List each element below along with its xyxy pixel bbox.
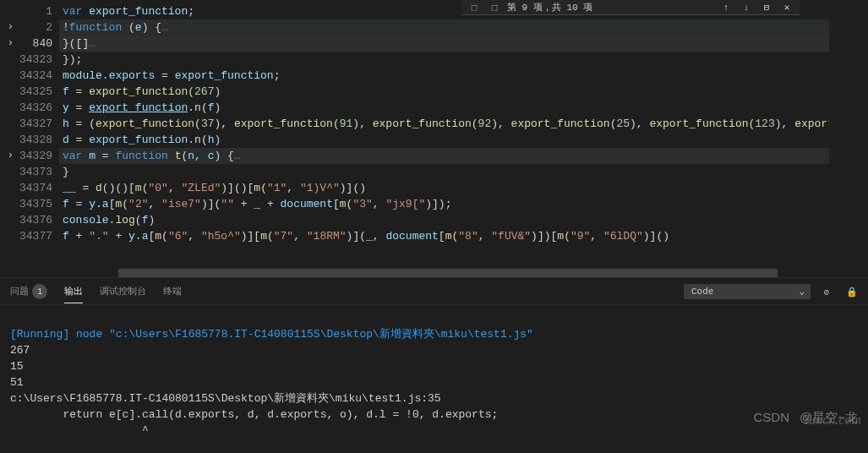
chevron-right-icon[interactable]: › — [3, 35, 14, 52]
line-number: 34326 — [0, 100, 59, 116]
tab-output[interactable]: 输出 — [64, 280, 83, 303]
csdn-watermark: CSDN @星空~龙 — [753, 410, 858, 426]
line-number: 1 — [0, 3, 59, 19]
code-line: f = y.a[m("2", "ise7")]("" + _ + documen… — [59, 196, 868, 212]
output-line: 15 — [10, 360, 24, 373]
code-line: module.exports = export_function; — [59, 68, 868, 84]
line-number: 34328 — [0, 132, 59, 148]
line-number: 34373 — [0, 164, 59, 180]
code-line: h = (export_function(37), export_functio… — [59, 116, 868, 132]
code-line: y = export_function.n(f) — [59, 100, 868, 116]
output-line: ^ — [10, 424, 149, 437]
output-cmd: node "c:\Users\F1685778.IT-C14080115S\De… — [69, 328, 533, 341]
code-line: f + "." + y.a[m("6", "h5o^")][m("7", "18… — [59, 228, 868, 244]
line-number: 34374 — [0, 180, 59, 196]
gutter: 1 ›2 ›840 34323 34324 34325 34326 34327 … — [0, 0, 59, 277]
panel-tabs: 问题1 输出 调试控制台 终端 Code ⊘ 🔒 — [0, 278, 868, 305]
code-line: f = export_function(267) — [59, 84, 868, 100]
code-area[interactable]: var export_function; !function (e) {… }(… — [59, 0, 868, 277]
find-bar[interactable]: ⬚ ⬚ 第 9 项，共 10 项 ↑ ↓ ⊟ ✕ — [461, 0, 800, 15]
code-line: console.log(f) — [59, 212, 868, 228]
output-line: return e[c].call(d.exports, d, d.exports… — [10, 408, 498, 421]
lock-scroll-icon[interactable]: 🔒 — [843, 282, 861, 301]
code-line: !function (e) {… — [59, 19, 868, 35]
minimap[interactable] — [829, 0, 868, 277]
chevron-right-icon[interactable]: › — [3, 148, 14, 164]
find-status: 第 9 项，共 10 项 — [507, 1, 592, 14]
find-match-icon: ⬚ — [487, 2, 502, 14]
line-number: ›2 — [0, 19, 59, 35]
code-line: }); — [59, 52, 868, 68]
find-down-icon[interactable]: ↓ — [739, 2, 754, 14]
find-up-icon[interactable]: ↑ — [718, 2, 734, 14]
line-number: 34323 — [0, 52, 59, 68]
code-line: }([]… — [59, 35, 868, 52]
line-number: ›840 — [0, 35, 59, 52]
output-line: 267 — [10, 344, 30, 357]
find-close-icon[interactable]: ✕ — [779, 2, 794, 14]
clear-output-icon[interactable]: ⊘ — [817, 282, 836, 301]
output-line: 51 — [10, 376, 24, 389]
horizontal-scrollbar[interactable] — [118, 269, 858, 277]
output-channel-select[interactable]: Code — [684, 284, 811, 299]
line-number: ›34329 — [0, 148, 59, 164]
line-number: 34324 — [0, 68, 59, 84]
bottom-panel: 问题1 输出 调试控制台 终端 Code ⊘ 🔒 [Running] node … — [0, 277, 868, 453]
tab-problems[interactable]: 问题1 — [10, 279, 47, 304]
output-content[interactable]: [Running] node "c:\Users\F1685778.IT-C14… — [0, 305, 868, 453]
tab-terminal[interactable]: 终端 — [163, 280, 182, 303]
chevron-right-icon[interactable]: › — [3, 19, 14, 35]
code-line: var m = function t(n, c) {… — [59, 148, 868, 164]
code-line: d = export_function.n(h) — [59, 132, 868, 148]
line-number: 34325 — [0, 84, 59, 100]
code-line: __ = d()()[m("0", "ZLEd")]()[m("1", "1)V… — [59, 180, 868, 196]
line-number: 34376 — [0, 212, 59, 228]
panel-tools: Code ⊘ 🔒 — [684, 278, 861, 305]
problems-count-badge: 1 — [32, 284, 47, 299]
output-running: [Running] — [10, 328, 69, 341]
code-editor[interactable]: 1 ›2 ›840 34323 34324 34325 34326 34327 … — [0, 0, 868, 277]
line-number: 34375 — [0, 196, 59, 212]
find-prev-icon: ⬚ — [467, 2, 482, 14]
scrollbar-thumb[interactable] — [118, 269, 778, 277]
output-line: c:\Users\F1685778.IT-C14080115S\Desktop\… — [10, 392, 441, 405]
tab-debug-console[interactable]: 调试控制台 — [100, 280, 146, 303]
line-number: 34377 — [0, 228, 59, 244]
code-line: } — [59, 164, 868, 180]
line-number: 34327 — [0, 116, 59, 132]
find-filter-icon[interactable]: ⊟ — [759, 2, 774, 14]
